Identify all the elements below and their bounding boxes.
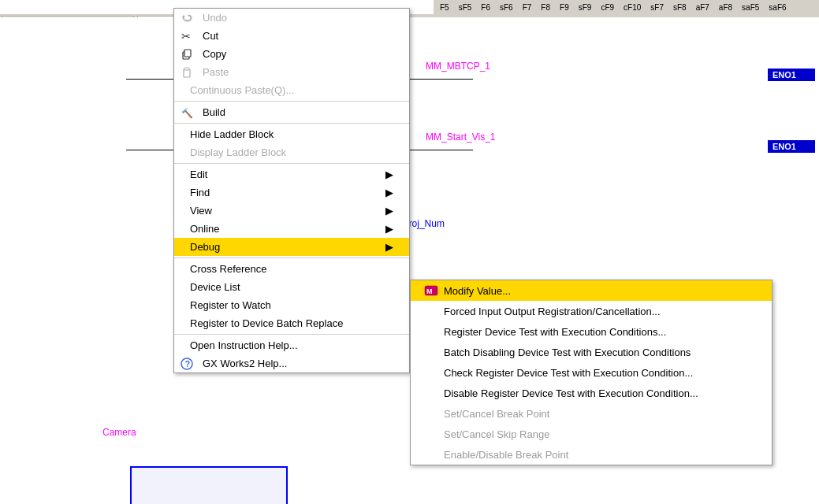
modify-value-icon: M [423,284,439,297]
menu-register-watch[interactable]: Register to Watch [174,296,409,314]
menu-debug-label: Debug [190,241,220,253]
menu-open-instruction-label: Open Instruction Help... [190,339,298,351]
menu-cross-reference[interactable]: Cross Reference [174,260,409,278]
submenu-disable-register[interactable]: Disable Register Device Test with Execut… [411,383,772,403]
undo-icon [179,12,195,24]
forced-io-spacer [423,305,439,317]
register-strip: F5 sF5 F6 sF6 F7 F8 F9 sF9 cF9 cF10 sF7 … [434,0,819,14]
find-arrow-icon: ▶ [385,187,393,198]
submenu-register-device-test[interactable]: Register Device Test with Execution Cond… [411,321,772,342]
submenu-forced-io[interactable]: Forced Input Output Registration/Cancell… [411,301,772,321]
reg-f8[interactable]: F8 [538,2,553,13]
submenu-set-skip-range-label: Set/Cancel Skip Range [444,428,549,440]
separator-5 [174,334,409,335]
separator-2 [174,123,409,124]
svg-rect-4 [184,68,189,70]
set-skip-range-spacer [423,428,439,440]
reg-sf8[interactable]: sF8 [670,2,690,13]
reg-cf10[interactable]: cF10 [620,2,644,13]
build-icon: 🔨 [179,106,195,119]
reg-f7[interactable]: F7 [519,2,535,13]
check-register-spacer [423,366,439,379]
menu-view-label: View [190,205,212,217]
submenu-set-break-point-label: Set/Cancel Break Point [444,408,549,420]
submenu-modify-value[interactable]: M Modify Value... [411,280,772,301]
debug-submenu: M Modify Value... Forced Input Output Re… [410,280,772,465]
submenu-batch-disabling-label: Batch Disabling Device Test with Executi… [444,346,691,358]
menu-undo-label: Undo [203,12,227,24]
svg-text:M: M [426,287,433,295]
menu-hide-ladder-label: Hide Ladder Block [190,128,274,140]
svg-text:🔨: 🔨 [181,107,193,119]
menu-build[interactable]: 🔨 Build [174,103,409,121]
submenu-forced-io-label: Forced Input Output Registration/Cancell… [444,306,661,317]
help-icon: ? [179,358,195,370]
menu-paste[interactable]: Paste [174,63,409,81]
selection-rect [130,466,288,504]
submenu-check-register[interactable]: Check Register Device Test with Executio… [411,362,772,383]
reg-sf6[interactable]: sF6 [497,2,516,13]
menu-open-instruction-help[interactable]: Open Instruction Help... [174,336,409,354]
submenu-batch-disabling[interactable]: Batch Disabling Device Test with Executi… [411,342,772,362]
paste-icon [179,66,195,79]
reg-sf5[interactable]: sF5 [456,2,475,13]
reg-af8[interactable]: aF8 [716,2,735,13]
submenu-enable-break-point-label: Enable/Disable Break Point [444,449,568,461]
submenu-set-break-point: Set/Cancel Break Point [411,403,772,424]
rung1-eno1-block: ENO1 [768,69,815,81]
menu-hide-ladder[interactable]: Hide Ladder Block [174,125,409,143]
reg-f9[interactable]: F9 [557,2,572,13]
menu-gx-works2-help[interactable]: ? GX Works2 Help... [174,354,409,372]
menu-edit-label: Edit [190,169,207,180]
menu-register-device-batch[interactable]: Register to Device Batch Replace [174,314,409,332]
reg-cf9[interactable]: cF9 [597,2,617,13]
svg-text:✂: ✂ [181,30,191,43]
view-arrow-icon: ▶ [385,205,393,217]
reg-sf7[interactable]: sF7 [647,2,667,13]
menu-copy-label: Copy [203,48,226,60]
submenu-check-register-label: Check Register Device Test with Executio… [444,367,693,379]
menu-cut-label: Cut [203,30,218,42]
reg-f5[interactable]: F5 [437,2,452,13]
menu-debug[interactable]: Debug ▶ [174,238,409,256]
menu-find[interactable]: Find ▶ [174,183,409,202]
menu-paste-label: Paste [203,66,229,78]
rung2-eno1-block: ENO1 [768,140,815,153]
menu-display-ladder-label: Display Ladder Block [190,146,286,158]
reg-af7[interactable]: aF7 [693,2,713,13]
submenu-modify-label: Modify Value... [444,285,511,297]
menu-online[interactable]: Online ▶ [174,220,409,238]
edit-arrow-icon: ▶ [385,169,393,180]
reg-sf9[interactable]: sF9 [575,2,595,13]
online-arrow-icon: ▶ [385,223,393,235]
copy-icon [179,48,195,61]
batch-disabling-spacer [423,346,439,358]
cut-icon: ✂ [179,30,195,43]
menu-display-ladder[interactable]: Display Ladder Block [174,143,409,161]
reg-saf6[interactable]: saF6 [765,2,789,13]
rung2-label: MM_Start_Vis_1 [426,132,495,143]
reg-f6[interactable]: F6 [478,2,493,13]
menu-register-device-batch-label: Register to Device Batch Replace [190,317,343,329]
submenu-enable-break-point: Enable/Disable Break Point [411,444,772,465]
separator-4 [174,258,409,258]
separator-3 [174,163,409,164]
menu-online-label: Online [190,223,220,235]
separator-1 [174,101,409,102]
menu-build-label: Build [203,106,225,118]
menu-undo[interactable]: Undo [174,9,409,27]
menu-continuous-paste[interactable]: Continuous Paste(Q)... [174,81,409,99]
reg-saf5[interactable]: saF5 [739,2,762,13]
enable-break-point-spacer [423,448,439,461]
camera-label: Camera [102,427,136,438]
menu-copy[interactable]: Copy [174,45,409,63]
menu-continuous-paste-label: Continuous Paste(Q)... [190,84,294,96]
svg-text:?: ? [185,359,191,369]
menu-cross-ref-label: Cross Reference [190,263,267,275]
disable-register-spacer [423,387,439,399]
menu-gx-works2-label: GX Works2 Help... [203,358,287,369]
menu-device-list[interactable]: Device List [174,278,409,296]
menu-edit[interactable]: Edit ▶ [174,165,409,183]
menu-view[interactable]: View ▶ [174,202,409,220]
menu-cut[interactable]: ✂ Cut [174,27,409,45]
